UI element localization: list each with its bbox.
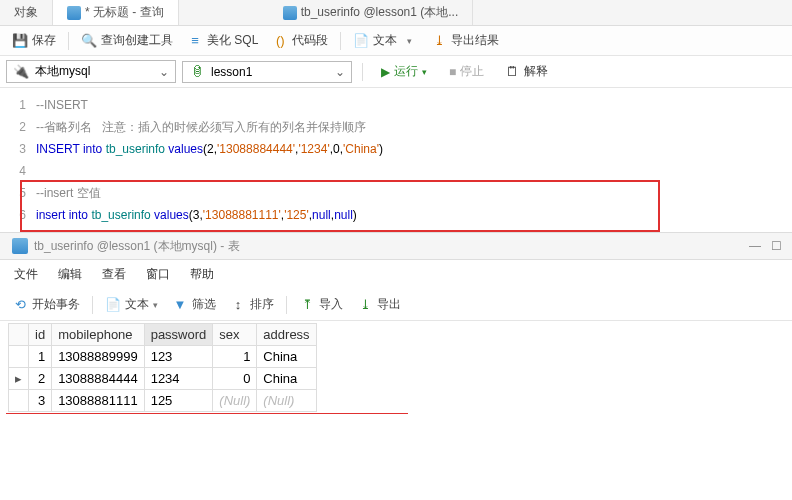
begin-trans-button[interactable]: ⟲开始事务 <box>6 293 86 316</box>
col-sex[interactable]: sex <box>213 324 257 346</box>
stop-button[interactable]: ■停止 <box>441 60 492 83</box>
cell[interactable]: 13088889999 <box>52 346 145 368</box>
row-marker <box>9 346 29 368</box>
cell[interactable]: 2 <box>29 368 52 390</box>
table-row[interactable]: ▸ 2 13088884444 1234 0 China <box>9 368 317 390</box>
tab-objects[interactable]: 对象 <box>0 0 53 25</box>
label: 筛选 <box>192 296 216 313</box>
label: lesson1 <box>211 65 252 79</box>
cell[interactable]: 0 <box>213 368 257 390</box>
cell[interactable]: 1 <box>29 346 52 368</box>
text-icon: 📄 <box>105 297 121 313</box>
builder-icon: 🔍 <box>81 33 97 49</box>
label: 文本 <box>125 296 149 313</box>
save-icon: 💾 <box>12 33 28 49</box>
cell[interactable]: 125 <box>144 390 213 412</box>
result-toolbar: ⟲开始事务 📄文本▾ ▼筛选 ↕排序 ⤒导入 ⤓导出 <box>0 289 792 321</box>
cell[interactable]: 13088881111 <box>52 390 145 412</box>
snippet-button[interactable]: ()代码段 <box>266 29 334 52</box>
menu-file[interactable]: 文件 <box>14 266 38 283</box>
separator <box>68 32 69 50</box>
cell[interactable]: (Null) <box>257 390 316 412</box>
stop-icon: ■ <box>449 65 456 79</box>
result-tab[interactable]: tb_userinfo @lesson1 (本地mysql) - 表 <box>0 234 252 259</box>
export-icon: ⤓ <box>431 33 447 49</box>
col-password[interactable]: password <box>144 324 213 346</box>
cell[interactable]: 1 <box>213 346 257 368</box>
menu-help[interactable]: 帮助 <box>190 266 214 283</box>
label: 解释 <box>524 63 548 80</box>
connection-bar: 🔌 本地mysql ⌄ 🛢 lesson1 ⌄ ▶运行▾ ■停止 🗒解释 <box>0 56 792 88</box>
table-icon <box>67 6 81 20</box>
query-builder-button[interactable]: 🔍查询创建工具 <box>75 29 179 52</box>
result-panel-tabs: tb_userinfo @lesson1 (本地mysql) - 表 — ☐ <box>0 232 792 260</box>
sql-editor[interactable]: 123456 --INSERT --省略列名 注意：插入的时候必须写入所有的列名… <box>0 88 792 232</box>
label: 代码段 <box>292 32 328 49</box>
separator <box>92 296 93 314</box>
cell[interactable]: 1234 <box>144 368 213 390</box>
col-mobile[interactable]: mobilephone <box>52 324 145 346</box>
col-address[interactable]: address <box>257 324 316 346</box>
label: 导出 <box>377 296 401 313</box>
label: 本地mysql <box>35 63 90 80</box>
window-controls: — ☐ <box>749 239 792 253</box>
table-icon <box>283 6 297 20</box>
run-button[interactable]: ▶运行▾ <box>373 60 435 83</box>
menu-view[interactable]: 查看 <box>102 266 126 283</box>
export-button[interactable]: ⤓导出 <box>351 293 407 316</box>
tab-query[interactable]: * 无标题 - 查询 <box>53 0 179 25</box>
text-icon: 📄 <box>353 33 369 49</box>
snippet-icon: () <box>272 33 288 49</box>
data-grid[interactable]: id mobilephone password sex address 1 13… <box>8 323 317 412</box>
save-button[interactable]: 💾保存 <box>6 29 62 52</box>
highlight-box <box>6 413 408 414</box>
menu-edit[interactable]: 编辑 <box>58 266 82 283</box>
tab-table[interactable]: tb_userinfo @lesson1 (本地... <box>269 0 474 25</box>
data-grid-wrap: id mobilephone password sex address 1 13… <box>0 323 792 412</box>
table-icon <box>12 238 28 254</box>
filter-button[interactable]: ▼筛选 <box>166 293 222 316</box>
code-content: --INSERT --省略列名 注意：插入的时候必须写入所有的列名并保持顺序 I… <box>36 94 383 226</box>
label: 导出结果 <box>451 32 499 49</box>
export-icon: ⤓ <box>357 297 373 313</box>
chevron-down-icon: ▾ <box>401 33 417 49</box>
export-button[interactable]: ⤓导出结果 <box>425 29 505 52</box>
row-marker <box>9 390 29 412</box>
maximize-icon[interactable]: ☐ <box>771 239 782 253</box>
funnel-icon: ▼ <box>172 297 188 313</box>
explain-button[interactable]: 🗒解释 <box>498 60 554 83</box>
tab-label: 对象 <box>14 4 38 21</box>
import-icon: ⤒ <box>299 297 315 313</box>
separator <box>286 296 287 314</box>
label: 排序 <box>250 296 274 313</box>
label: 文本 <box>373 32 397 49</box>
cell[interactable]: 3 <box>29 390 52 412</box>
cell[interactable]: China <box>257 346 316 368</box>
import-button[interactable]: ⤒导入 <box>293 293 349 316</box>
cell[interactable]: 123 <box>144 346 213 368</box>
cell[interactable]: (Null) <box>213 390 257 412</box>
plug-icon: 🔌 <box>13 64 29 80</box>
database-select[interactable]: 🛢 lesson1 ⌄ <box>182 61 352 83</box>
col-id[interactable]: id <box>29 324 52 346</box>
cell[interactable]: China <box>257 368 316 390</box>
text-button[interactable]: 📄文本▾ <box>347 29 423 52</box>
separator <box>362 63 363 81</box>
sort-icon: ↕ <box>230 297 246 313</box>
main-toolbar: 💾保存 🔍查询创建工具 ≡美化 SQL ()代码段 📄文本▾ ⤓导出结果 <box>0 26 792 56</box>
menu-window[interactable]: 窗口 <box>146 266 170 283</box>
minimize-icon[interactable]: — <box>749 239 761 253</box>
cell[interactable]: 13088884444 <box>52 368 145 390</box>
table-row[interactable]: 1 13088889999 123 1 China <box>9 346 317 368</box>
label: 保存 <box>32 32 56 49</box>
line-gutter: 123456 <box>0 94 36 226</box>
sort-button[interactable]: ↕排序 <box>224 293 280 316</box>
text-view-button[interactable]: 📄文本▾ <box>99 293 164 316</box>
label: 运行 <box>394 63 418 80</box>
beautify-button[interactable]: ≡美化 SQL <box>181 29 264 52</box>
connection-select[interactable]: 🔌 本地mysql ⌄ <box>6 60 176 83</box>
row-marker: ▸ <box>9 368 29 390</box>
play-icon: ▶ <box>381 65 390 79</box>
header-row: id mobilephone password sex address <box>9 324 317 346</box>
table-row[interactable]: 3 13088881111 125 (Null) (Null) <box>9 390 317 412</box>
